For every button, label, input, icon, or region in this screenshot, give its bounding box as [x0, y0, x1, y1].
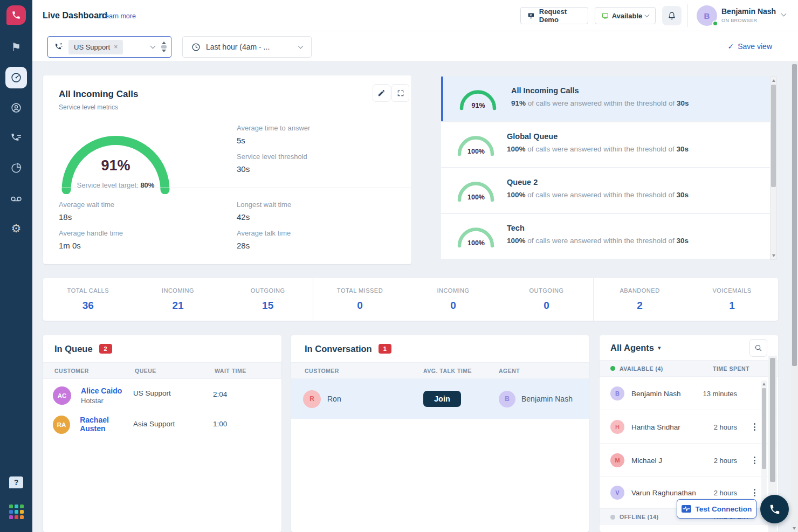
in-queue-count-badge: 2: [99, 344, 112, 354]
agents-filter-dropdown[interactable]: All Agents: [610, 343, 654, 353]
agent-list-scrollbar[interactable]: [761, 381, 767, 513]
sidebar-item-onboarding[interactable]: ⚑: [5, 37, 27, 58]
availability-dropdown[interactable]: Available: [595, 7, 656, 24]
agents-header: All Agents ▾: [600, 335, 778, 360]
customer-name-link[interactable]: Alice Caido: [81, 386, 122, 395]
stat-voicemails: VOICEMAILS1: [686, 287, 778, 312]
scrollbar-thumb[interactable]: [771, 85, 776, 187]
scrollbar-thumb[interactable]: [792, 64, 797, 366]
scrollbar-down-arrow[interactable]: [772, 254, 775, 257]
queue-gauge-list: 91% All Incoming Calls 91% of calls were…: [441, 77, 770, 260]
sidebar-item-voicemail[interactable]: [5, 188, 27, 209]
sidebar-item-reports[interactable]: [5, 157, 27, 179]
queue-cell: Asia Support: [133, 416, 213, 428]
agent-avatar: B: [499, 391, 515, 407]
service-card-subtitle: Service level metrics: [59, 103, 118, 111]
user-menu-chevron-icon[interactable]: [781, 11, 787, 17]
agent-row[interactable]: B Benjamin Nash 13 minutes: [600, 377, 778, 410]
edit-widget-button[interactable]: [373, 84, 390, 102]
agent-avatar: B: [610, 386, 624, 400]
scrollbar-thumb[interactable]: [770, 358, 775, 482]
agent-menu-kebab-icon[interactable]: [754, 489, 755, 496]
page-title: Live Dashboard: [43, 11, 107, 20]
pencil-icon: [377, 89, 386, 97]
metric-avg-handle-time: Average handle time 1m 0s: [59, 229, 123, 250]
in-queue-header: In Queue 2: [43, 335, 281, 362]
call-metrics-icon: [10, 132, 22, 144]
service-card-title: All Incoming Calls: [59, 89, 138, 100]
customer-name-link[interactable]: Rachael Austen: [80, 416, 133, 433]
queue-gauge-item-queue-2[interactable]: 100% Queue 2 100% of calls were answered…: [441, 168, 770, 213]
expand-icon: [397, 89, 404, 97]
bell-icon: [667, 11, 677, 20]
phone-icon: [769, 503, 781, 515]
expand-widget-button[interactable]: [391, 84, 409, 102]
metric-service-level-threshold: Service level threshold 30s: [237, 153, 307, 174]
flag-icon: ⚑: [11, 41, 22, 54]
queue-gauge-item-all-incoming[interactable]: 91% All Incoming Calls 91% of calls were…: [441, 77, 770, 121]
metric-avg-time-to-answer: Average time to answer 5s: [237, 124, 310, 145]
queue-gauge-item-tech[interactable]: 100% Tech 100% of calls were answered wi…: [441, 214, 770, 259]
queue-gauge-item-global-queue[interactable]: 100% Global Queue 100% of calls were ans…: [441, 122, 770, 167]
scrollbar-thumb[interactable]: [762, 388, 766, 469]
spinner-down-icon[interactable]: [162, 50, 166, 52]
agent-menu-kebab-icon[interactable]: [754, 423, 755, 431]
notifications-button[interactable]: [662, 6, 682, 25]
scroll-spinner[interactable]: [160, 42, 168, 52]
sidebar-item-app-switcher[interactable]: [5, 501, 27, 522]
save-view-button[interactable]: ✓ Save view: [727, 42, 772, 51]
in-queue-column-header: CUSTOMERQUEUEWAIT TIME: [43, 362, 281, 379]
phone-logo[interactable]: [6, 5, 26, 25]
contacts-icon: [10, 102, 22, 114]
chevron-down-icon: [298, 44, 304, 49]
scrollbar-up-arrow[interactable]: [762, 383, 766, 385]
stat-outgoing: OUTGOING15: [223, 287, 313, 312]
time-range-dropdown[interactable]: Last hour (4am - ...: [182, 36, 312, 58]
scrollbar-down-arrow[interactable]: [793, 527, 796, 530]
user-avatar[interactable]: B: [697, 5, 717, 26]
in-conversation-panel: In Conversation 1 CUSTOMERAVG. TALK TIME…: [291, 335, 589, 532]
page-scrollbar[interactable]: [791, 62, 798, 532]
spinner-up-icon[interactable]: [162, 42, 166, 44]
sidebar-item-call-metrics[interactable]: [5, 127, 27, 149]
user-name: Benjamin Nash: [721, 7, 776, 16]
online-status-dot: [712, 20, 718, 26]
scrollbar-up-arrow[interactable]: [772, 79, 775, 82]
topbar: Live Dashboard Learn more Request Demo A…: [32, 0, 798, 31]
mini-gauge: 91%: [458, 86, 498, 110]
caret-down-icon[interactable]: ▾: [658, 344, 661, 351]
mini-gauge: 100%: [456, 132, 496, 156]
agent-row[interactable]: H Haritha Sridhar 2 hours: [600, 410, 778, 444]
sidebar-item-settings[interactable]: ⚙: [5, 218, 27, 239]
join-call-button[interactable]: Join: [423, 391, 461, 407]
agent-row[interactable]: M Michael J 2 hours: [600, 444, 778, 477]
agent-avatar: M: [610, 453, 624, 467]
queue-filter-chip[interactable]: US Support ×: [68, 40, 123, 54]
test-connection-button[interactable]: Test Connection: [677, 499, 756, 519]
customer-company: Hotstar: [81, 397, 122, 405]
filterbar: US Support × Last hour (4am - ... ✓ Save…: [32, 31, 798, 62]
queue-list-scrollbar[interactable]: [770, 77, 777, 260]
sidebar-item-help[interactable]: ?: [5, 472, 27, 493]
available-section-header: AVAILABLE (4) TIME SPENT: [600, 360, 778, 377]
chevron-down-icon: [150, 44, 156, 49]
customer-avatar: R: [303, 390, 321, 408]
phone-icon: [11, 10, 21, 20]
in-conversation-count-badge: 1: [379, 344, 391, 354]
chevron-down-icon: [645, 12, 650, 17]
learn-more-link[interactable]: Learn more: [101, 12, 136, 20]
table-row[interactable]: RA Rachael Austen Asia Support 1:00: [43, 409, 281, 438]
agent-menu-kebab-icon[interactable]: [754, 457, 755, 464]
agent-search-button[interactable]: [749, 339, 767, 357]
phone-fab-button[interactable]: [760, 495, 789, 523]
stat-abandoned: ABANDONED2: [594, 287, 686, 312]
sidebar-item-contacts[interactable]: [5, 97, 27, 119]
chip-remove-icon[interactable]: ×: [114, 43, 118, 51]
request-demo-button[interactable]: Request Demo: [520, 7, 588, 24]
service-level-gauge: 91% Service level target: 80%: [60, 135, 171, 194]
sidebar-item-dashboard[interactable]: [5, 67, 27, 88]
table-row[interactable]: R Ron Join B Benjamin Nash: [291, 379, 589, 419]
queue-filter-dropdown[interactable]: US Support ×: [47, 36, 171, 58]
table-row[interactable]: AC Alice Caido Hotstar US Support 2:04: [43, 379, 281, 409]
metric-avg-talk-time: Average talk time 28s: [237, 229, 291, 250]
